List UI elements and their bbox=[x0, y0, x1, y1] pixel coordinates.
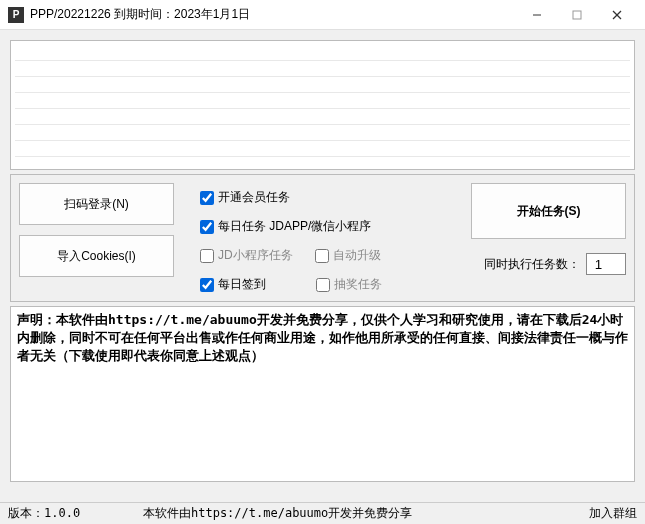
concurrent-label: 同时执行任务数： bbox=[484, 256, 580, 273]
left-button-column: 扫码登录(N) 导入Cookies(I) bbox=[19, 183, 174, 293]
checkbox-column: 开通会员任务 每日任务 JDAPP/微信小程序 JD小程序任务 自动升级 bbox=[182, 183, 463, 293]
credit-label: 本软件由https://t.me/abuumo开发并免费分享 bbox=[143, 505, 557, 522]
scan-login-button[interactable]: 扫码登录(N) bbox=[19, 183, 174, 225]
version-label: 版本：1.0.0 bbox=[8, 505, 143, 522]
disclaimer-text: 声明：本软件由https://t.me/abuumo开发并免费分享，仅供个人学习… bbox=[10, 306, 635, 482]
close-button[interactable] bbox=[597, 0, 637, 30]
import-cookies-button[interactable]: 导入Cookies(I) bbox=[19, 235, 174, 277]
join-group-link[interactable]: 加入群组 bbox=[557, 505, 637, 522]
minimize-button[interactable] bbox=[517, 0, 557, 30]
concurrent-row: 同时执行任务数： bbox=[471, 253, 626, 275]
vip-task-checkbox[interactable]: 开通会员任务 bbox=[200, 189, 290, 206]
titlebar: P PPP/20221226 到期时间：2023年1月1日 bbox=[0, 0, 645, 30]
lottery-checkbox[interactable]: 抽奖任务 bbox=[316, 276, 382, 293]
app-icon: P bbox=[8, 7, 24, 23]
daily-signin-checkbox[interactable]: 每日签到 bbox=[200, 276, 266, 293]
daily-task-checkbox[interactable]: 每日任务 JDAPP/微信小程序 bbox=[200, 218, 371, 235]
daily-signin-label: 每日签到 bbox=[218, 276, 266, 293]
start-task-button[interactable]: 开始任务(S) bbox=[471, 183, 626, 239]
control-panel: 扫码登录(N) 导入Cookies(I) 开通会员任务 每日任务 JDAPP/微… bbox=[10, 174, 635, 302]
log-textarea[interactable] bbox=[10, 40, 635, 170]
concurrent-input[interactable] bbox=[586, 253, 626, 275]
jd-mini-label: JD小程序任务 bbox=[218, 247, 293, 264]
auto-upgrade-label: 自动升级 bbox=[333, 247, 381, 264]
window-title: PPP/20221226 到期时间：2023年1月1日 bbox=[30, 6, 250, 23]
auto-upgrade-checkbox[interactable]: 自动升级 bbox=[315, 247, 381, 264]
lottery-label: 抽奖任务 bbox=[334, 276, 382, 293]
vip-task-label: 开通会员任务 bbox=[218, 189, 290, 206]
daily-task-label: 每日任务 JDAPP/微信小程序 bbox=[218, 218, 371, 235]
svg-rect-1 bbox=[573, 11, 581, 19]
statusbar: 版本：1.0.0 本软件由https://t.me/abuumo开发并免费分享 … bbox=[0, 502, 645, 524]
right-column: 开始任务(S) 同时执行任务数： bbox=[471, 183, 626, 293]
main-content: 扫码登录(N) 导入Cookies(I) 开通会员任务 每日任务 JDAPP/微… bbox=[0, 30, 645, 492]
maximize-button[interactable] bbox=[557, 0, 597, 30]
jd-mini-checkbox[interactable]: JD小程序任务 bbox=[200, 247, 293, 264]
